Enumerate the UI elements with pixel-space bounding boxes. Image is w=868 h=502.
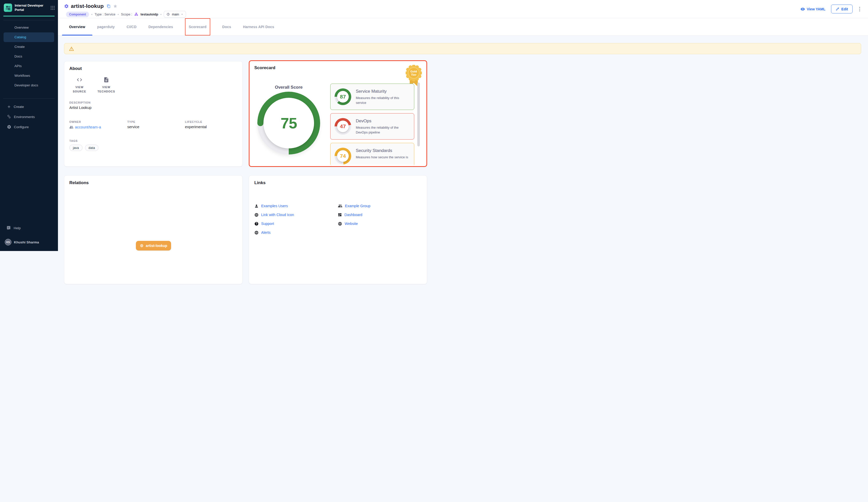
tags-label: TAGS: [69, 139, 237, 142]
check-title: DevOps: [356, 119, 411, 123]
links-card: Links Examples Users Link with Cloud Ico…: [249, 175, 427, 251]
star-icon[interactable]: [113, 4, 117, 8]
sliders-logo-icon: [5, 5, 11, 11]
dot-separator: [161, 14, 162, 15]
scorecard-title: Scorecard: [254, 66, 422, 70]
group-icon: [338, 204, 342, 208]
check-service-maturity[interactable]: 87 Service Maturity Measures the reliabi…: [330, 83, 414, 110]
link-dashboard[interactable]: Dashboard: [338, 212, 421, 218]
check-description: Measures the reliability of this service: [356, 96, 411, 106]
link-example-group[interactable]: Example Group: [338, 203, 421, 209]
apps-grid-icon[interactable]: [50, 6, 55, 10]
lifecycle-value: experimental: [185, 124, 207, 129]
app-logo: [4, 3, 12, 12]
page-title: artist-lookup: [71, 3, 104, 9]
tag-chip[interactable]: data: [85, 144, 99, 151]
entity-kind-badge: Component: [66, 12, 89, 17]
tab-docs[interactable]: Docs: [222, 18, 231, 36]
globe-icon: [338, 222, 342, 226]
check-devops[interactable]: 47 DevOps Measures the reliability of th…: [330, 113, 414, 140]
check-security-standards[interactable]: 74 Security Standards Measures how secur…: [330, 143, 414, 164]
entity-tabs: Overview pagerduty CI/CD Dependencies Sc…: [58, 18, 434, 36]
overall-score-donut: 75: [257, 92, 320, 154]
sidebar-item-workflows[interactable]: Workflows: [3, 71, 54, 81]
view-source-button[interactable]: VIEWSOURCE: [69, 77, 90, 93]
tab-pagerduty[interactable]: pagerduty: [97, 18, 115, 36]
check-title: Security Standards: [356, 148, 411, 153]
sidebar-create-button[interactable]: Create: [3, 102, 55, 112]
brand: Internal Developer Portal: [0, 0, 58, 15]
brand-underline: [3, 16, 55, 17]
owner-link[interactable]: account/team-a: [69, 125, 127, 129]
dot-separator: [118, 14, 119, 15]
about-title: About: [69, 66, 237, 71]
link-link-with-cloud-icon[interactable]: Link with Cloud Icon: [254, 212, 338, 218]
tab-cicd[interactable]: CI/CD: [126, 18, 136, 36]
help-icon: [254, 222, 259, 226]
branch-name: main: [172, 12, 179, 16]
links-title: Links: [254, 180, 422, 185]
document-icon: [103, 77, 109, 83]
group-icon: [69, 125, 73, 129]
tab-overview[interactable]: Overview: [69, 18, 85, 36]
scope-label: Scope :: [121, 12, 132, 16]
svg-text:Gold: Gold: [411, 70, 417, 73]
user-menu[interactable]: KS Khushi Sharma: [3, 237, 55, 247]
scorecard-scrollbar[interactable]: [417, 82, 420, 147]
gear-icon: [7, 124, 11, 129]
hexagons-icon: [7, 114, 11, 119]
relation-node-label: artist-lookup: [146, 244, 167, 248]
link-website[interactable]: Website: [338, 221, 421, 227]
sidebar-item-apis[interactable]: APIs: [3, 61, 54, 71]
sidebar-item-environments[interactable]: Environments: [3, 112, 55, 122]
sidebar-secondary-nav: Create Environments Configure: [3, 98, 55, 132]
dashboard-icon: [338, 213, 342, 217]
sidebar-item-overview[interactable]: Overview: [3, 23, 54, 32]
link-support[interactable]: Support: [254, 221, 338, 227]
lifecycle-label: LIFECYCLE: [185, 120, 207, 123]
sidebar-create-label: Create: [14, 105, 24, 109]
svg-text:Tier: Tier: [411, 73, 416, 76]
sidebar-item-catalog[interactable]: Catalog: [3, 32, 54, 42]
scorecard-check-list[interactable]: 87 Service Maturity Measures the reliabi…: [330, 83, 414, 164]
content-area: About VIEWSOURCE VIEWTECHDOCS DESCRIPTIO…: [58, 36, 434, 251]
component-gear-icon: [64, 4, 69, 9]
code-icon: [76, 77, 83, 83]
tag-chip[interactable]: java: [69, 144, 83, 151]
check-description: Measures the reliability of the DevOps p…: [356, 126, 411, 135]
sidebar-item-docs[interactable]: Docs: [3, 52, 54, 61]
sidebar-item-create[interactable]: Create: [3, 42, 54, 52]
sidebar-footer: ? Help KS Khushi Sharma: [3, 223, 55, 247]
sidebar-item-configure[interactable]: Configure: [3, 122, 55, 132]
branch-selector[interactable]: main: [164, 11, 186, 18]
help-button[interactable]: ? Help: [3, 223, 55, 233]
hierarchy-icon: [134, 12, 138, 16]
chip-icon: [140, 244, 144, 248]
plus-icon: [7, 104, 11, 109]
sidebar-item-developer-docs[interactable]: Developer docs: [3, 81, 54, 90]
view-techdocs-button[interactable]: VIEWTECHDOCS: [96, 77, 116, 93]
globe-icon: [254, 230, 259, 235]
check-donut: 87: [334, 88, 351, 105]
sidebar-nav: Overview Catalog Create Docs APIs Workfl…: [3, 20, 55, 90]
link-examples-users[interactable]: Examples Users: [254, 203, 338, 209]
overall-score-label: Overall Score: [265, 85, 313, 90]
check-score: 87: [340, 94, 346, 100]
copy-icon[interactable]: [107, 4, 111, 8]
tab-dependencies[interactable]: Dependencies: [148, 18, 173, 36]
tab-harness-api-docs[interactable]: Harness API Docs: [243, 18, 274, 36]
user-icon: [254, 204, 259, 208]
tab-scorecard[interactable]: Scorecard: [185, 18, 210, 36]
avatar: KS: [5, 239, 11, 245]
relation-node-artist-lookup[interactable]: artist-lookup: [136, 241, 171, 251]
dot-separator: [91, 14, 92, 15]
link-alerts[interactable]: Alerts: [254, 230, 338, 235]
type-label: TYPE: [127, 120, 185, 123]
relations-card: Relations artist-lookup: [64, 175, 243, 251]
user-name: Khushi Sharma: [14, 240, 39, 244]
check-score: 74: [340, 153, 346, 159]
owner-value: account/team-a: [75, 125, 101, 129]
entity-type: Type : Service: [95, 12, 115, 16]
scorecard-card: Scorecard Gold Tier Overall Score: [249, 60, 427, 167]
check-donut: 74: [334, 148, 351, 164]
